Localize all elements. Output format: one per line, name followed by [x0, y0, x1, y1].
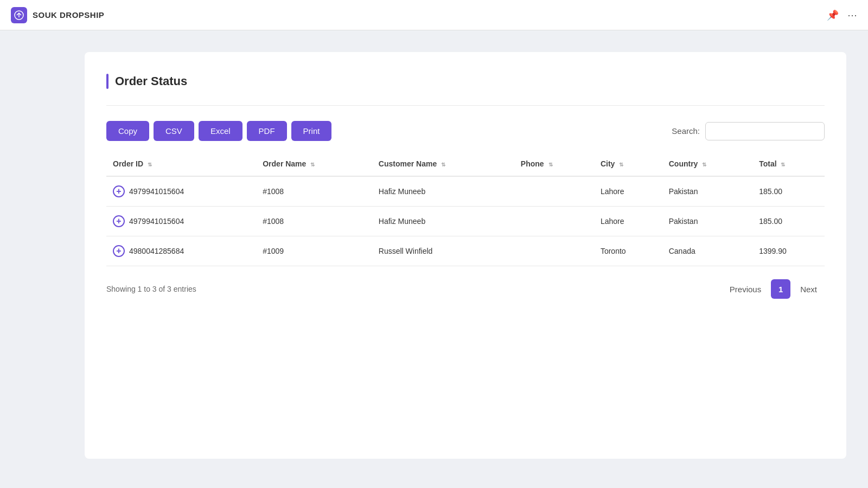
navbar-brand: SOUK DROPSHIP: [11, 7, 104, 23]
cell-order-id-2: + 4980041285684: [106, 236, 256, 266]
table-body: + 4979941015604 #1008 Hafiz Muneeb Lahor…: [106, 176, 825, 266]
order-id-value-1: 4979941015604: [129, 217, 184, 226]
cell-phone-2: [514, 236, 594, 266]
pin-icon[interactable]: 📌: [827, 9, 839, 21]
sort-city-icon: ⇅: [619, 162, 623, 168]
sidebar: [0, 30, 63, 488]
current-page-button[interactable]: 1: [771, 279, 790, 299]
app-name: SOUK DROPSHIP: [33, 10, 104, 20]
cell-total-2: 1399.90: [752, 236, 825, 266]
sort-order-name-icon: ⇅: [310, 162, 315, 168]
col-city[interactable]: City ⇅: [594, 152, 662, 176]
page-title: Order Status: [115, 74, 187, 88]
print-button[interactable]: Print: [291, 121, 332, 141]
table-header: Order ID ⇅ Order Name ⇅ Customer Name ⇅ …: [106, 152, 825, 176]
col-order-name-label: Order Name: [263, 159, 306, 168]
table-footer: Showing 1 to 3 of 3 entries Previous 1 N…: [106, 279, 825, 299]
main-content: Order Status Copy CSV Excel PDF Print Se…: [63, 30, 868, 488]
csv-button[interactable]: CSV: [154, 121, 194, 141]
cell-order-name-0: #1008: [256, 176, 372, 207]
cell-order-id-0: + 4979941015604: [106, 176, 256, 207]
export-buttons: Copy CSV Excel PDF Print: [106, 121, 331, 141]
copy-button[interactable]: Copy: [106, 121, 149, 141]
pdf-button[interactable]: PDF: [247, 121, 287, 141]
orders-table: Order ID ⇅ Order Name ⇅ Customer Name ⇅ …: [106, 152, 825, 266]
order-id-value-2: 4980041285684: [129, 247, 184, 255]
cell-order-name-2: #1009: [256, 236, 372, 266]
cell-city-2: Toronto: [594, 236, 662, 266]
cell-country-1: Pakistan: [662, 207, 752, 236]
cell-city-1: Lahore: [594, 207, 662, 236]
cell-customer-name-1: Hafiz Muneeb: [372, 207, 514, 236]
expand-row-0-button[interactable]: +: [113, 185, 125, 197]
search-input[interactable]: [705, 122, 825, 140]
cell-total-1: 185.00: [752, 207, 825, 236]
more-options-icon[interactable]: ⋯: [847, 9, 857, 21]
order-id-value-0: 4979941015604: [129, 187, 184, 196]
cell-country-0: Pakistan: [662, 176, 752, 207]
cell-phone-1: [514, 207, 594, 236]
cell-order-name-1: #1008: [256, 207, 372, 236]
cell-country-2: Canada: [662, 236, 752, 266]
navbar: SOUK DROPSHIP 📌 ⋯: [0, 0, 868, 30]
next-button[interactable]: Next: [793, 280, 825, 298]
col-order-id-label: Order ID: [113, 159, 143, 168]
sort-total-icon: ⇅: [781, 162, 785, 168]
col-total-label: Total: [759, 159, 776, 168]
sort-order-id-icon: ⇅: [148, 162, 152, 168]
expand-row-2-button[interactable]: +: [113, 245, 125, 257]
cell-order-id-1: + 4979941015604: [106, 207, 256, 236]
col-city-label: City: [601, 159, 615, 168]
search-container: Search:: [672, 122, 825, 140]
entries-info: Showing 1 to 3 of 3 entries: [106, 285, 196, 293]
col-customer-name-label: Customer Name: [379, 159, 437, 168]
col-country[interactable]: Country ⇅: [662, 152, 752, 176]
title-accent-bar: [106, 74, 108, 89]
pagination: Previous 1 Next: [722, 279, 825, 299]
col-customer-name[interactable]: Customer Name ⇅: [372, 152, 514, 176]
app-logo: [11, 7, 27, 23]
table-row: + 4979941015604 #1008 Hafiz Muneeb Lahor…: [106, 207, 825, 236]
sort-country-icon: ⇅: [702, 162, 706, 168]
content-card: Order Status Copy CSV Excel PDF Print Se…: [85, 52, 846, 459]
col-total[interactable]: Total ⇅: [752, 152, 825, 176]
toolbar-row: Copy CSV Excel PDF Print Search:: [106, 121, 825, 141]
title-divider: [106, 105, 825, 106]
table-row: + 4979941015604 #1008 Hafiz Muneeb Lahor…: [106, 176, 825, 207]
cell-phone-0: [514, 176, 594, 207]
sort-customer-name-icon: ⇅: [441, 162, 445, 168]
navbar-actions: 📌 ⋯: [827, 9, 857, 21]
excel-button[interactable]: Excel: [199, 121, 242, 141]
previous-button[interactable]: Previous: [722, 280, 769, 298]
cell-city-0: Lahore: [594, 176, 662, 207]
search-label: Search:: [672, 126, 700, 136]
sort-phone-icon: ⇅: [548, 162, 553, 168]
cell-customer-name-0: Hafiz Muneeb: [372, 176, 514, 207]
col-order-id[interactable]: Order ID ⇅: [106, 152, 256, 176]
col-country-label: Country: [669, 159, 698, 168]
table-row: + 4980041285684 #1009 Russell Winfield T…: [106, 236, 825, 266]
cell-customer-name-2: Russell Winfield: [372, 236, 514, 266]
col-order-name[interactable]: Order Name ⇅: [256, 152, 372, 176]
cell-total-0: 185.00: [752, 176, 825, 207]
expand-row-1-button[interactable]: +: [113, 215, 125, 227]
page-title-container: Order Status: [106, 74, 825, 89]
col-phone[interactable]: Phone ⇅: [514, 152, 594, 176]
col-phone-label: Phone: [521, 159, 544, 168]
